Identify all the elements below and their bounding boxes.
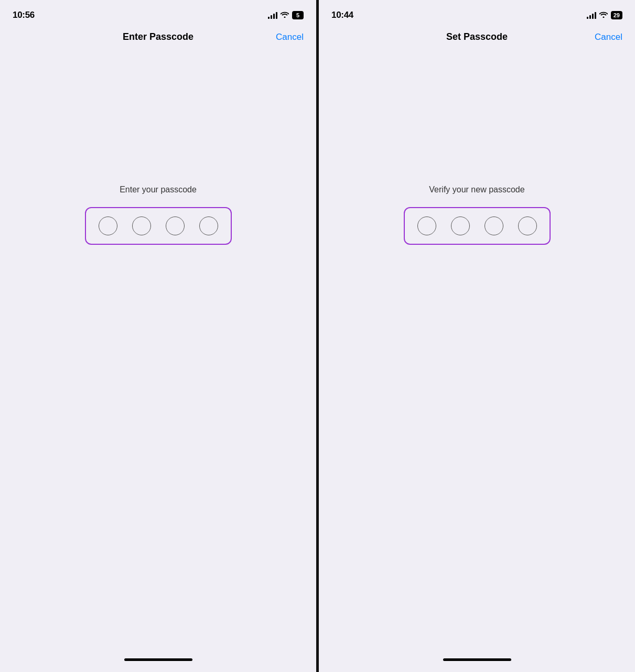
- left-nav-title: Enter Passcode: [44, 31, 272, 42]
- left-phone-screen: 10:56 5 Enter Passcode Cancel En: [0, 0, 319, 672]
- right-nav-bar: Set Passcode Cancel: [319, 27, 635, 49]
- right-nav-title: Set Passcode: [363, 31, 591, 42]
- left-dot-3: [166, 216, 185, 235]
- left-passcode-prompt: Enter your passcode: [120, 185, 197, 194]
- right-passcode-prompt: Verify your new passcode: [429, 185, 524, 194]
- left-home-bar: [124, 658, 192, 661]
- right-screen-content: Verify your new passcode: [319, 49, 635, 651]
- right-phone-screen: 10:44 29 Set Passcode Cancel Ver: [319, 0, 635, 672]
- right-passcode-input[interactable]: [404, 207, 551, 245]
- right-status-icons: 29: [587, 11, 622, 19]
- right-dot-2: [451, 216, 470, 235]
- right-signal-icon: [587, 12, 596, 19]
- right-status-bar: 10:44 29: [319, 0, 635, 27]
- left-battery-badge: 5: [292, 11, 304, 19]
- left-status-icons: 5: [268, 11, 304, 19]
- left-passcode-input[interactable]: [85, 207, 232, 245]
- right-dot-3: [485, 216, 503, 235]
- right-dot-1: [417, 216, 436, 235]
- left-status-bar: 10:56 5: [0, 0, 316, 27]
- right-wifi-icon: [599, 11, 608, 19]
- left-status-time: 10:56: [13, 10, 35, 20]
- right-battery-badge: 29: [611, 11, 622, 19]
- right-home-indicator: [319, 651, 635, 672]
- left-screen-content: Enter your passcode: [0, 49, 316, 651]
- left-dot-2: [132, 216, 151, 235]
- right-dot-4: [518, 216, 537, 235]
- left-signal-icon: [268, 12, 277, 19]
- right-cancel-button[interactable]: Cancel: [591, 32, 622, 42]
- right-home-bar: [443, 658, 511, 661]
- left-wifi-icon: [281, 11, 289, 19]
- left-dot-1: [99, 216, 117, 235]
- left-home-indicator: [0, 651, 316, 672]
- right-status-time: 10:44: [331, 10, 353, 20]
- left-nav-bar: Enter Passcode Cancel: [0, 27, 316, 49]
- left-dot-4: [199, 216, 218, 235]
- left-cancel-button[interactable]: Cancel: [272, 32, 304, 42]
